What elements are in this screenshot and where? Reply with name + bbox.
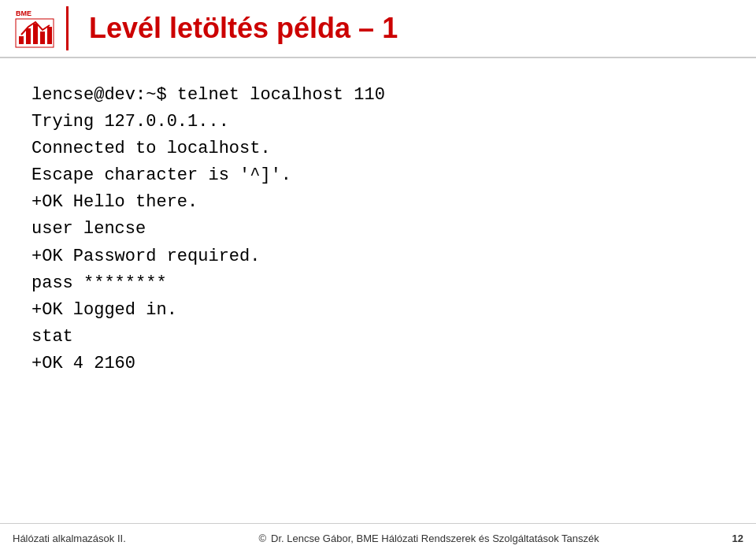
svg-text:BME: BME — [16, 9, 32, 17]
svg-rect-6 — [47, 27, 52, 44]
code-line-5: +OK Hello there. — [32, 189, 724, 216]
code-line-4: Escape character is '^]'. — [32, 162, 724, 189]
bme-logo: BME — [13, 6, 57, 50]
footer: Hálózati alkalmazások II. © Dr. Lencse G… — [0, 523, 756, 553]
main-content: lencse@dev:~$ telnet localhost 110 Tryin… — [0, 58, 756, 523]
code-line-11: +OK 4 2160 — [32, 351, 724, 377]
footer-center-text: Dr. Lencse Gábor, BME Hálózati Rendszere… — [271, 533, 599, 544]
svg-rect-2 — [19, 36, 24, 44]
copyright-icon: © — [259, 533, 267, 544]
footer-left-text: Hálózati alkalmazások II. — [13, 533, 126, 544]
svg-rect-5 — [40, 32, 45, 44]
svg-rect-3 — [26, 28, 31, 44]
page-title: Levél letöltés példa – 1 — [89, 12, 398, 45]
code-line-1: lencse@dev:~$ telnet localhost 110 — [32, 82, 724, 109]
code-line-2: Trying 127.0.0.1... — [32, 109, 724, 135]
code-line-9: +OK logged in. — [32, 297, 724, 324]
page-number: 12 — [732, 533, 743, 544]
code-block: lencse@dev:~$ telnet localhost 110 Tryin… — [32, 82, 724, 377]
footer-center: © Dr. Lencse Gábor, BME Hálózati Rendsze… — [259, 533, 599, 544]
header: BME Levél letöltés példa – 1 — [0, 0, 756, 58]
code-line-7: +OK Password required. — [32, 243, 724, 270]
logo-container: BME — [13, 6, 69, 50]
code-line-8: pass ******** — [32, 270, 724, 297]
code-line-3: Connected to localhost. — [32, 135, 724, 162]
code-line-6: user lencse — [32, 216, 724, 243]
svg-rect-4 — [33, 24, 38, 44]
code-line-10: stat — [32, 324, 724, 351]
